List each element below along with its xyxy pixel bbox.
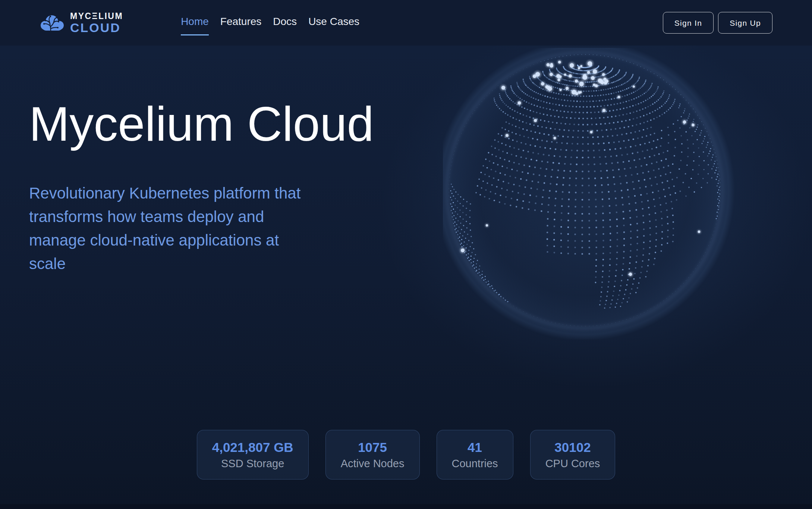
- brand-name-bottom: CLOUD: [70, 21, 123, 34]
- brand-name-top: MYCΞLIUM: [70, 12, 123, 21]
- main-nav: Home Features Docs Use Cases: [181, 10, 359, 35]
- brand-logo[interactable]: MYCΞLIUM CLOUD: [40, 12, 123, 34]
- top-navigation-bar: MYCΞLIUM CLOUD Home Features Docs Use Ca…: [0, 0, 812, 46]
- next-section-edge: [0, 504, 812, 509]
- stat-label: SSD Storage: [212, 457, 293, 470]
- stat-label: CPU Cores: [545, 457, 600, 470]
- nav-link-docs[interactable]: Docs: [273, 10, 297, 35]
- sign-up-button[interactable]: Sign Up: [718, 12, 772, 34]
- nav-link-use-cases[interactable]: Use Cases: [308, 10, 359, 35]
- stat-value: 41: [452, 440, 498, 455]
- nav-link-features[interactable]: Features: [220, 10, 262, 35]
- globe-visualization: [443, 48, 734, 340]
- stat-value: 30102: [545, 440, 600, 455]
- hero-subtitle-line: transforms how teams deploy and: [29, 205, 300, 228]
- sign-in-button[interactable]: Sign In: [663, 12, 714, 34]
- stat-label: Active Nodes: [341, 457, 405, 470]
- stat-card-active-nodes: 1075 Active Nodes: [325, 430, 420, 480]
- stat-label: Countries: [452, 457, 498, 470]
- stat-card-countries: 41 Countries: [437, 430, 513, 480]
- stat-value: 4,021,807 GB: [212, 440, 293, 455]
- header-actions: Sign In Sign Up: [663, 12, 772, 34]
- stats-row: 4,021,807 GB SSD Storage 1075 Active Nod…: [0, 430, 812, 480]
- stat-value: 1075: [341, 440, 405, 455]
- hero-subtitle-line: Revolutionary Kubernetes platform that: [29, 181, 300, 205]
- brand-wordmark: MYCΞLIUM CLOUD: [70, 12, 123, 34]
- hero-subtitle: Revolutionary Kubernetes platform that t…: [29, 181, 300, 275]
- hero-subtitle-line: scale: [29, 252, 300, 275]
- hero-subtitle-line: manage cloud-native applications at: [29, 228, 300, 252]
- page-title: Mycelium Cloud: [29, 99, 374, 150]
- mycelium-cloud-logo-icon: [40, 13, 65, 32]
- nav-link-home[interactable]: Home: [181, 10, 209, 35]
- stat-card-cpu-cores: 30102 CPU Cores: [530, 430, 616, 480]
- stat-card-ssd-storage: 4,021,807 GB SSD Storage: [197, 430, 309, 480]
